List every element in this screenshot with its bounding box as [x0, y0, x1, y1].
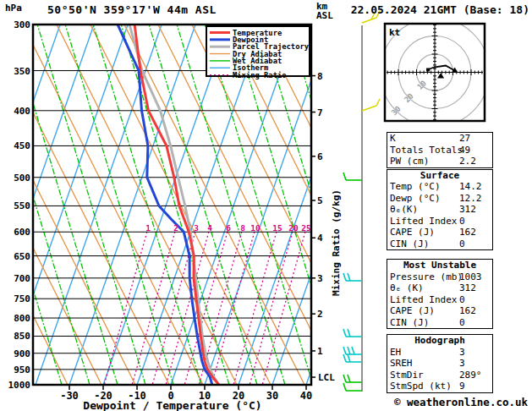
table-section-header: Hodograph — [387, 335, 492, 347]
table-row-value: 1003 — [459, 271, 482, 283]
table-row-value: 2.2 — [459, 156, 476, 167]
indices-table-surface: SurfaceTemp (°C)14.2Dewp (°C)12.2θₑ(K)31… — [387, 169, 493, 251]
pressure-axis-unit-label: hPa — [5, 3, 22, 14]
table-row-value: 9 — [459, 381, 465, 392]
hodograph-trace — [428, 66, 453, 70]
table-row-value: 289° — [459, 370, 482, 381]
svg-text:1: 1 — [145, 223, 151, 233]
svg-text:300: 300 — [14, 19, 30, 30]
table-row-label: PW (cm) — [390, 156, 429, 167]
svg-text:-30: -30 — [60, 390, 79, 402]
table-row-label: CAPE (J) — [390, 227, 435, 238]
svg-text:350: 350 — [14, 66, 30, 77]
svg-text:750: 750 — [14, 293, 30, 304]
table-row-label: Totals Totals — [390, 145, 463, 156]
svg-text:6: 6 — [317, 151, 323, 162]
hodograph-ring-label: 10 — [415, 79, 428, 91]
table-row-label: StmDir — [390, 370, 424, 381]
lcl-label: LCL — [318, 372, 335, 383]
svg-text:2: 2 — [173, 223, 178, 233]
table-row: θₑ(K)312 — [387, 204, 492, 216]
svg-text:1: 1 — [317, 346, 323, 357]
svg-text:20: 20 — [288, 223, 299, 233]
table-section-header: Surface — [387, 170, 492, 182]
wind-barb-column — [343, 11, 380, 392]
svg-text:450: 450 — [14, 140, 30, 151]
table-row: StmSpd (kt)9 — [387, 381, 492, 392]
table-row-value: 312 — [459, 282, 476, 294]
x-axis-title: Dewpoint / Temperature (°C) — [83, 399, 261, 411]
table-row-value: 0 — [459, 238, 465, 250]
table-row: Dewp (°C)12.2 — [387, 193, 492, 205]
hodograph: 102030kt — [381, 18, 490, 127]
wind-barb — [343, 347, 362, 354]
table-row-value: 3 — [459, 358, 465, 370]
table-row: θₑ (K)312 — [387, 282, 492, 294]
svg-text:3: 3 — [317, 273, 323, 284]
table-row: StmDir289° — [387, 370, 492, 381]
pressure-axis-labels: 3003504004505005506006507007508008509009… — [8, 19, 31, 391]
svg-text:8: 8 — [240, 223, 245, 233]
svg-text:550: 550 — [14, 200, 30, 211]
wind-barb — [343, 354, 362, 362]
table-row-label: Dewp (°C) — [390, 193, 441, 204]
svg-text:40: 40 — [300, 390, 312, 402]
table-row: CAPE (J)162 — [387, 227, 492, 238]
table-row-value: 162 — [459, 305, 476, 317]
svg-text:650: 650 — [14, 251, 30, 262]
svg-text:4: 4 — [207, 223, 212, 233]
table-row-value: 0 — [459, 317, 465, 329]
table-row-value: 14.2 — [459, 181, 482, 193]
table-row: SREH3 — [387, 358, 492, 370]
table-row-label: CIN (J) — [390, 317, 429, 328]
wind-barb — [343, 375, 362, 382]
svg-text:1000: 1000 — [8, 380, 31, 391]
wind-barb — [343, 329, 362, 337]
table-row-label: CIN (J) — [390, 238, 429, 249]
svg-text:25: 25 — [301, 223, 311, 233]
table-row: Lifted Index0 — [387, 216, 492, 227]
asl-label: ASL — [316, 10, 333, 21]
table-row-label: CAPE (J) — [390, 305, 435, 316]
table-row: K27 — [387, 133, 492, 145]
table-row-label: θₑ (K) — [390, 282, 424, 293]
svg-text:8: 8 — [317, 71, 323, 82]
indices-table-most-unstable: Most UnstablePressure (mb)1003θₑ (K)312L… — [387, 259, 493, 329]
table-row-label: θₑ(K) — [390, 204, 418, 215]
table-row-value: 27 — [459, 133, 470, 145]
table-row-value: 3 — [459, 347, 465, 359]
svg-text:4: 4 — [317, 233, 323, 244]
table-row: PW (cm)2.2 — [387, 156, 492, 167]
table-row-value: 49 — [459, 145, 470, 156]
table-section-header: Most Unstable — [387, 260, 492, 271]
svg-text:7: 7 — [317, 107, 323, 118]
table-row-label: Lifted Index — [390, 294, 457, 305]
skewt-sounding-page: 1234681015202530035040045050055060065070… — [0, 0, 532, 411]
table-row-value: 0 — [459, 294, 465, 306]
indices-table-hodograph: HodographEH3SREH3StmDir289°StmSpd (kt)9 — [387, 334, 493, 393]
wind-barb — [362, 99, 380, 111]
svg-text:950: 950 — [14, 364, 30, 375]
svg-text:500: 500 — [14, 173, 30, 184]
svg-text:6: 6 — [226, 223, 231, 233]
table-row: EH3 — [387, 347, 492, 359]
hodograph-unit-label: kt — [389, 27, 400, 38]
table-row-value: 0 — [459, 216, 465, 227]
wind-barb — [343, 383, 362, 391]
table-row-label: Lifted Index — [390, 216, 457, 227]
svg-text:3: 3 — [194, 223, 199, 233]
table-row-label: EH — [390, 347, 401, 358]
copyright-label: © weatheronline.co.uk — [394, 396, 528, 408]
table-row: Temp (°C)14.2 — [387, 181, 492, 193]
svg-text:30: 30 — [266, 390, 278, 402]
table-row: Pressure (mb)1003 — [387, 271, 492, 283]
indices-table-main: K27Totals Totals49PW (cm)2.2 — [387, 132, 493, 168]
table-row: Lifted Index0 — [387, 294, 492, 306]
wind-barb — [343, 173, 362, 180]
table-row-label: StmSpd (kt) — [390, 381, 452, 392]
table-row-label: Pressure (mb) — [390, 271, 463, 282]
legend: TemperatureDewpointParcel TrajectoryDry … — [206, 26, 310, 79]
svg-text:800: 800 — [14, 313, 30, 324]
table-row-value: 12.2 — [459, 193, 482, 205]
table-row: Totals Totals49 — [387, 145, 492, 156]
